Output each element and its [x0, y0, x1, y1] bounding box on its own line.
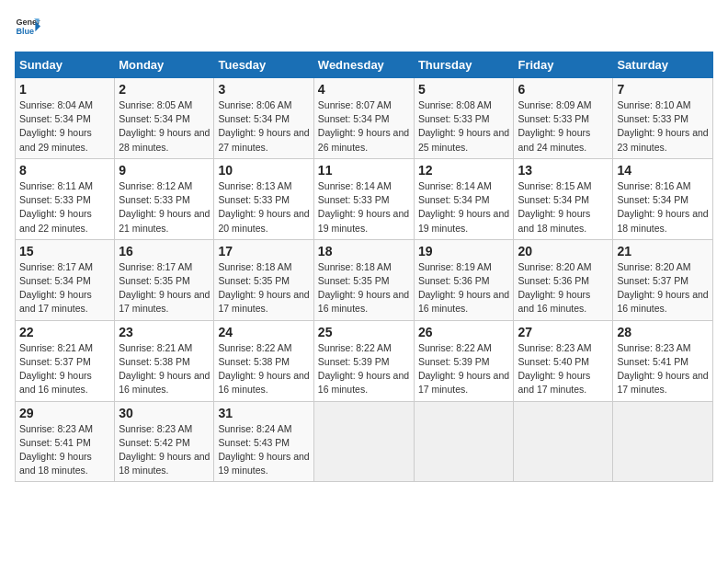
day-detail: Sunrise: 8:11 AMSunset: 5:33 PMDaylight:…: [19, 180, 93, 234]
day-detail: Sunrise: 8:06 AMSunset: 5:34 PMDaylight:…: [218, 99, 309, 153]
day-detail: Sunrise: 8:23 AMSunset: 5:41 PMDaylight:…: [617, 342, 708, 396]
calendar-cell: 22 Sunrise: 8:21 AMSunset: 5:37 PMDaylig…: [16, 320, 115, 401]
calendar-cell: 7 Sunrise: 8:10 AMSunset: 5:33 PMDayligh…: [613, 78, 713, 159]
calendar-cell: 9 Sunrise: 8:12 AMSunset: 5:33 PMDayligh…: [115, 158, 214, 239]
day-detail: Sunrise: 8:23 AMSunset: 5:42 PMDaylight:…: [119, 423, 210, 477]
calendar-cell: 8 Sunrise: 8:11 AMSunset: 5:33 PMDayligh…: [16, 158, 115, 239]
day-number: 16: [119, 244, 210, 259]
column-header-saturday: Saturday: [613, 52, 713, 78]
day-number: 21: [617, 244, 709, 259]
week-row-3: 15 Sunrise: 8:17 AMSunset: 5:34 PMDaylig…: [16, 239, 713, 320]
day-detail: Sunrise: 8:09 AMSunset: 5:33 PMDaylight:…: [518, 99, 591, 153]
column-header-friday: Friday: [514, 52, 613, 78]
day-number: 23: [119, 325, 210, 339]
day-number: 19: [418, 244, 510, 259]
day-number: 22: [19, 325, 110, 339]
day-detail: Sunrise: 8:17 AMSunset: 5:35 PMDaylight:…: [119, 261, 210, 315]
calendar-cell: 19 Sunrise: 8:19 AMSunset: 5:36 PMDaylig…: [414, 239, 514, 320]
calendar-cell: 23 Sunrise: 8:21 AMSunset: 5:38 PMDaylig…: [115, 320, 214, 401]
calendar-cell: 15 Sunrise: 8:17 AMSunset: 5:34 PMDaylig…: [16, 239, 115, 320]
column-header-sunday: Sunday: [16, 52, 115, 78]
day-number: 5: [418, 82, 510, 97]
calendar-cell: 18 Sunrise: 8:18 AMSunset: 5:35 PMDaylig…: [313, 239, 414, 320]
day-detail: Sunrise: 8:10 AMSunset: 5:33 PMDaylight:…: [617, 99, 708, 153]
week-row-5: 29 Sunrise: 8:23 AMSunset: 5:41 PMDaylig…: [16, 401, 713, 482]
day-detail: Sunrise: 8:22 AMSunset: 5:39 PMDaylight:…: [318, 342, 409, 396]
day-detail: Sunrise: 8:19 AMSunset: 5:36 PMDaylight:…: [418, 261, 509, 315]
day-detail: Sunrise: 8:08 AMSunset: 5:33 PMDaylight:…: [418, 99, 509, 153]
calendar-header-row: SundayMondayTuesdayWednesdayThursdayFrid…: [16, 52, 713, 78]
calendar-table: SundayMondayTuesdayWednesdayThursdayFrid…: [15, 52, 713, 482]
day-detail: Sunrise: 8:21 AMSunset: 5:37 PMDaylight:…: [19, 342, 93, 396]
day-number: 18: [318, 244, 410, 259]
day-number: 15: [19, 244, 110, 259]
day-number: 3: [218, 82, 309, 97]
day-detail: Sunrise: 8:20 AMSunset: 5:37 PMDaylight:…: [617, 261, 708, 315]
day-detail: Sunrise: 8:14 AMSunset: 5:33 PMDaylight:…: [318, 180, 409, 234]
calendar-cell: 30 Sunrise: 8:23 AMSunset: 5:42 PMDaylig…: [115, 401, 214, 482]
day-detail: Sunrise: 8:23 AMSunset: 5:41 PMDaylight:…: [19, 423, 93, 477]
day-number: 6: [518, 82, 609, 97]
calendar-cell: 25 Sunrise: 8:22 AMSunset: 5:39 PMDaylig…: [313, 320, 414, 401]
day-detail: Sunrise: 8:23 AMSunset: 5:40 PMDaylight:…: [518, 342, 591, 396]
calendar-cell: 29 Sunrise: 8:23 AMSunset: 5:41 PMDaylig…: [16, 401, 115, 482]
calendar-cell: 28 Sunrise: 8:23 AMSunset: 5:41 PMDaylig…: [613, 320, 713, 401]
svg-text:Blue: Blue: [16, 27, 34, 36]
calendar-cell: [613, 401, 713, 482]
logo: General Blue: [15, 15, 40, 40]
calendar-cell: 11 Sunrise: 8:14 AMSunset: 5:33 PMDaylig…: [313, 158, 414, 239]
day-detail: Sunrise: 8:18 AMSunset: 5:35 PMDaylight:…: [318, 261, 409, 315]
calendar-cell: 14 Sunrise: 8:16 AMSunset: 5:34 PMDaylig…: [613, 158, 713, 239]
day-number: 31: [218, 406, 309, 420]
calendar-cell: 4 Sunrise: 8:07 AMSunset: 5:34 PMDayligh…: [313, 78, 414, 159]
day-detail: Sunrise: 8:17 AMSunset: 5:34 PMDaylight:…: [19, 261, 93, 315]
calendar-cell: 31 Sunrise: 8:24 AMSunset: 5:43 PMDaylig…: [214, 401, 313, 482]
day-number: 2: [119, 82, 210, 97]
week-row-4: 22 Sunrise: 8:21 AMSunset: 5:37 PMDaylig…: [16, 320, 713, 401]
calendar-cell: [514, 401, 613, 482]
day-number: 25: [318, 325, 410, 339]
calendar-cell: 1 Sunrise: 8:04 AMSunset: 5:34 PMDayligh…: [16, 78, 115, 159]
day-detail: Sunrise: 8:24 AMSunset: 5:43 PMDaylight:…: [218, 423, 309, 477]
day-number: 8: [19, 163, 110, 178]
calendar-body: 1 Sunrise: 8:04 AMSunset: 5:34 PMDayligh…: [16, 78, 713, 482]
day-number: 17: [218, 244, 309, 259]
calendar-cell: 17 Sunrise: 8:18 AMSunset: 5:35 PMDaylig…: [214, 239, 313, 320]
calendar-cell: 27 Sunrise: 8:23 AMSunset: 5:40 PMDaylig…: [514, 320, 613, 401]
day-detail: Sunrise: 8:12 AMSunset: 5:33 PMDaylight:…: [119, 180, 210, 234]
day-number: 28: [617, 325, 709, 339]
logo-icon: General Blue: [15, 15, 40, 40]
calendar-cell: [313, 401, 414, 482]
day-number: 12: [418, 163, 510, 178]
calendar-cell: 6 Sunrise: 8:09 AMSunset: 5:33 PMDayligh…: [514, 78, 613, 159]
calendar-cell: 20 Sunrise: 8:20 AMSunset: 5:36 PMDaylig…: [514, 239, 613, 320]
day-number: 27: [518, 325, 609, 339]
day-detail: Sunrise: 8:20 AMSunset: 5:36 PMDaylight:…: [518, 261, 591, 315]
day-number: 10: [218, 163, 309, 178]
calendar-cell: 13 Sunrise: 8:15 AMSunset: 5:34 PMDaylig…: [514, 158, 613, 239]
week-row-2: 8 Sunrise: 8:11 AMSunset: 5:33 PMDayligh…: [16, 158, 713, 239]
calendar-cell: 5 Sunrise: 8:08 AMSunset: 5:33 PMDayligh…: [414, 78, 514, 159]
day-number: 14: [617, 163, 709, 178]
day-number: 30: [119, 406, 210, 420]
day-detail: Sunrise: 8:13 AMSunset: 5:33 PMDaylight:…: [218, 180, 309, 234]
day-number: 24: [218, 325, 309, 339]
day-number: 13: [518, 163, 609, 178]
day-number: 9: [119, 163, 210, 178]
day-number: 4: [318, 82, 410, 97]
day-detail: Sunrise: 8:04 AMSunset: 5:34 PMDaylight:…: [19, 99, 93, 153]
week-row-1: 1 Sunrise: 8:04 AMSunset: 5:34 PMDayligh…: [16, 78, 713, 159]
day-detail: Sunrise: 8:15 AMSunset: 5:34 PMDaylight:…: [518, 180, 591, 234]
calendar-cell: 16 Sunrise: 8:17 AMSunset: 5:35 PMDaylig…: [115, 239, 214, 320]
calendar-cell: 10 Sunrise: 8:13 AMSunset: 5:33 PMDaylig…: [214, 158, 313, 239]
column-header-thursday: Thursday: [414, 52, 514, 78]
day-detail: Sunrise: 8:16 AMSunset: 5:34 PMDaylight:…: [617, 180, 708, 234]
calendar-cell: 2 Sunrise: 8:05 AMSunset: 5:34 PMDayligh…: [115, 78, 214, 159]
column-header-wednesday: Wednesday: [313, 52, 414, 78]
day-number: 20: [518, 244, 609, 259]
calendar-cell: 24 Sunrise: 8:22 AMSunset: 5:38 PMDaylig…: [214, 320, 313, 401]
day-number: 29: [19, 406, 110, 420]
column-header-tuesday: Tuesday: [214, 52, 313, 78]
calendar-cell: 3 Sunrise: 8:06 AMSunset: 5:34 PMDayligh…: [214, 78, 313, 159]
day-detail: Sunrise: 8:22 AMSunset: 5:39 PMDaylight:…: [418, 342, 509, 396]
